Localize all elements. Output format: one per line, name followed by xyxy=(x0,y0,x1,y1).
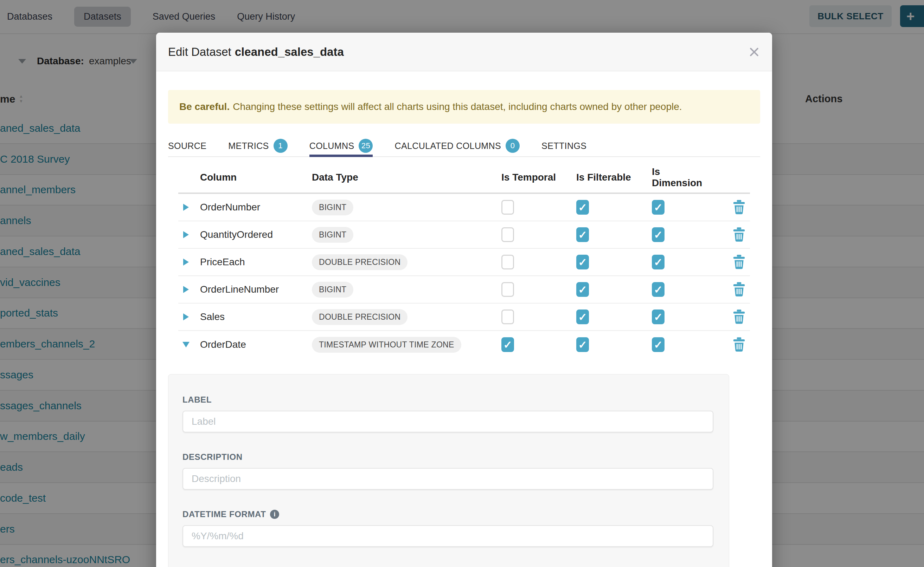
is-temporal-checkbox[interactable] xyxy=(501,282,514,297)
tab-label: CALCULATED COLUMNS xyxy=(394,141,501,151)
column-name: QuantityOrdered xyxy=(197,229,312,240)
data-type-header: Data Type xyxy=(312,172,485,183)
expand-caret-icon[interactable] xyxy=(183,231,189,238)
column-name: OrderLineNumber xyxy=(197,284,312,295)
modal-header: Edit Datasetcleaned_sales_data xyxy=(156,33,772,71)
is-dimension-checkbox[interactable]: ✓ xyxy=(652,200,665,214)
column-row-quantityordered: QuantityOrderedBIGINT✓✓ xyxy=(178,221,750,249)
datetime-format-label: DATETIME FORMAT xyxy=(182,509,266,519)
edit-dataset-modal: Edit Datasetcleaned_sales_data Be carefu… xyxy=(156,33,772,567)
column-name: OrderDate xyxy=(197,339,312,350)
tab-label: SOURCE xyxy=(168,141,206,151)
column-name: OrderNumber xyxy=(197,202,312,213)
column-row-orderdate: OrderDateTIMESTAMP WITHOUT TIME ZONE✓✓✓ xyxy=(178,331,750,358)
modal-tabs: SOURCEMETRICS1COLUMNS25CALCULATED COLUMN… xyxy=(168,135,760,157)
description-input[interactable] xyxy=(182,468,713,490)
tab-count-badge: 25 xyxy=(359,139,373,153)
warning-banner: Be careful. Changing these settings will… xyxy=(168,90,760,124)
is-filterable-checkbox[interactable]: ✓ xyxy=(576,337,589,352)
label-field-group: LABEL xyxy=(182,395,715,432)
trash-icon[interactable] xyxy=(733,337,745,352)
is-temporal-checkbox[interactable] xyxy=(501,255,514,270)
tab-calculated-columns[interactable]: CALCULATED COLUMNS0 xyxy=(394,135,520,156)
is-temporal-checkbox[interactable]: ✓ xyxy=(501,337,514,352)
is-filterable-checkbox[interactable]: ✓ xyxy=(576,200,589,214)
description-field-group: DESCRIPTION xyxy=(182,452,715,490)
data-type-pill: DOUBLE PRECISION xyxy=(312,254,408,270)
datetime-format-field-group: DATETIME FORMAT i xyxy=(182,509,715,547)
trash-icon[interactable] xyxy=(733,282,745,297)
tab-label: METRICS xyxy=(228,141,269,151)
label-field-label: LABEL xyxy=(182,395,715,405)
modal-title: Edit Datasetcleaned_sales_data xyxy=(168,45,344,58)
columns-table: Column Data Type Is Temporal Is Filterab… xyxy=(178,157,750,358)
tab-label: SETTINGS xyxy=(542,141,587,151)
column-row-sales: SalesDOUBLE PRECISION✓✓ xyxy=(178,303,750,331)
is-temporal-header: Is Temporal xyxy=(485,172,560,183)
is-dimension-checkbox[interactable]: ✓ xyxy=(652,227,665,242)
is-temporal-checkbox[interactable] xyxy=(501,309,514,324)
tab-label: COLUMNS xyxy=(309,141,354,151)
column-editor-panel: LABEL DESCRIPTION DATETIME FORMAT i xyxy=(168,374,729,567)
trash-icon[interactable] xyxy=(733,255,745,270)
data-type-pill: BIGINT xyxy=(312,227,354,243)
column-row-ordernumber: OrderNumberBIGINT✓✓ xyxy=(178,194,750,221)
column-name: PriceEach xyxy=(197,256,312,268)
data-type-pill: BIGINT xyxy=(312,282,354,297)
trash-icon[interactable] xyxy=(733,200,745,214)
datetime-format-input[interactable] xyxy=(182,525,713,547)
description-field-label: DESCRIPTION xyxy=(182,452,715,462)
tab-settings[interactable]: SETTINGS xyxy=(542,135,587,156)
is-dimension-header: Is Dimension xyxy=(635,166,712,189)
column-header: Column xyxy=(197,172,312,183)
tab-columns[interactable]: COLUMNS25 xyxy=(309,135,373,156)
data-type-pill: DOUBLE PRECISION xyxy=(312,309,408,325)
is-filterable-checkbox[interactable]: ✓ xyxy=(576,227,589,242)
expand-caret-icon[interactable] xyxy=(183,314,189,320)
expand-caret-icon[interactable] xyxy=(183,286,189,293)
trash-icon[interactable] xyxy=(733,309,745,324)
columns-table-header: Column Data Type Is Temporal Is Filterab… xyxy=(178,157,750,194)
info-icon[interactable]: i xyxy=(270,510,279,519)
data-type-pill: BIGINT xyxy=(312,200,354,215)
tab-metrics[interactable]: METRICS1 xyxy=(228,135,287,156)
column-row-priceeach: PriceEachDOUBLE PRECISION✓✓ xyxy=(178,249,750,276)
is-dimension-checkbox[interactable]: ✓ xyxy=(652,337,665,352)
expand-caret-icon[interactable] xyxy=(183,258,189,266)
tab-count-badge: 1 xyxy=(274,139,287,153)
expand-caret-icon[interactable] xyxy=(183,204,189,211)
tab-source[interactable]: SOURCE xyxy=(168,135,206,156)
is-temporal-checkbox[interactable] xyxy=(501,227,514,242)
label-input[interactable] xyxy=(182,411,713,432)
tab-count-badge: 0 xyxy=(506,139,520,153)
trash-icon[interactable] xyxy=(733,227,745,242)
is-dimension-checkbox[interactable]: ✓ xyxy=(652,255,665,270)
is-filterable-checkbox[interactable]: ✓ xyxy=(576,309,589,324)
collapse-caret-icon[interactable] xyxy=(182,342,190,347)
is-filterable-checkbox[interactable]: ✓ xyxy=(576,255,589,270)
is-filterable-checkbox[interactable]: ✓ xyxy=(576,282,589,297)
data-type-pill: TIMESTAMP WITHOUT TIME ZONE xyxy=(312,337,461,353)
is-temporal-checkbox[interactable] xyxy=(501,200,514,214)
column-name: Sales xyxy=(197,311,312,322)
is-filterable-header: Is Filterable xyxy=(560,172,635,183)
is-dimension-checkbox[interactable]: ✓ xyxy=(652,309,665,324)
close-icon[interactable] xyxy=(748,46,760,58)
modal-body: Be careful. Changing these settings will… xyxy=(156,90,772,567)
is-dimension-checkbox[interactable]: ✓ xyxy=(652,282,665,297)
column-row-orderlinenumber: OrderLineNumberBIGINT✓✓ xyxy=(178,276,750,303)
